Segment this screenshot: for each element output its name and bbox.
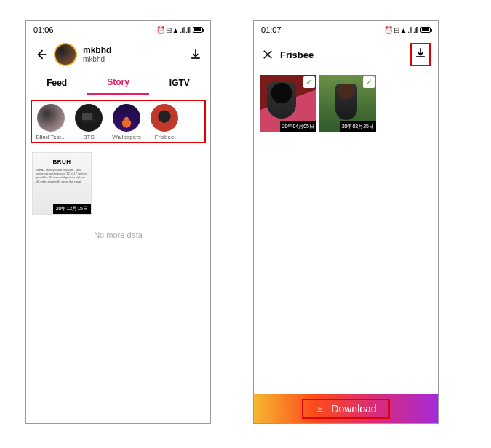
highlight-thumb-icon <box>151 104 178 132</box>
no-more-label: No more data <box>26 231 210 239</box>
download-button[interactable]: Download <box>302 399 389 419</box>
story-card-title: BRUH <box>33 159 91 165</box>
check-icon[interactable]: ✓ <box>363 76 375 88</box>
selection-header: Frisbee <box>254 39 438 71</box>
story-card-body: WHAT. Heavy snow possible. Total snow ac… <box>33 165 91 186</box>
profile-name: mkbhd <box>83 46 111 55</box>
status-time: 01:07 <box>261 25 282 34</box>
back-icon[interactable] <box>33 47 48 62</box>
highlight-label: Wallpapers <box>111 134 143 140</box>
avatar[interactable] <box>54 43 77 66</box>
highlight-wallpapers[interactable]: Wallpapers <box>111 104 143 140</box>
highlight-blind-test[interactable]: Blind Test... <box>35 104 67 140</box>
page-title: Frisbee <box>280 49 314 60</box>
status-time: 01:06 <box>33 25 54 34</box>
story-date-badge: 20年12月15日 <box>53 204 91 214</box>
tab-feed[interactable]: Feed <box>26 71 87 95</box>
highlights-row: Blind Test... BTS Wallpapers Frisbee <box>31 100 206 143</box>
profile-names: mkbhd mkbhd <box>83 46 111 63</box>
download-bar: Download <box>254 394 438 423</box>
status-icons: ⏰ ⊟ ▲ .ıll .ıll <box>384 26 431 34</box>
check-icon[interactable]: ✓ <box>303 76 315 88</box>
phone-right: 01:07 ⏰ ⊟ ▲ .ıll .ıll Frisbee ✓ 20年04月05… <box>253 20 439 424</box>
download-button-label: Download <box>331 403 376 415</box>
status-bar: 01:06 ⏰ ⊟ ▲ .ıll .ıll <box>26 21 210 39</box>
highlight-label: Blind Test... <box>35 134 67 140</box>
highlight-thumb-icon <box>37 104 65 132</box>
tile-date-badge: 20年03月25日 <box>340 121 376 132</box>
story-card[interactable]: BRUH WHAT. Heavy snow possible. Total sn… <box>32 152 92 215</box>
highlight-label: Frisbee <box>148 134 180 140</box>
highlight-thumb-icon <box>75 104 103 132</box>
tabs: Feed Story IGTV <box>26 71 210 95</box>
profile-handle: mkbhd <box>83 55 111 63</box>
media-grid: ✓ 20年04月05日 ✓ 20年03月25日 <box>254 71 438 136</box>
phone-left: 01:06 ⏰ ⊟ ▲ .ıll .ıll mkbhd mkbhd Feed S… <box>25 20 211 424</box>
svg-rect-0 <box>317 412 323 412</box>
download-icon-highlight[interactable] <box>410 43 431 66</box>
tab-igtv[interactable]: IGTV <box>149 71 210 95</box>
status-icons: ⏰ ⊟ ▲ .ıll .ıll <box>156 26 203 34</box>
highlight-frisbee[interactable]: Frisbee <box>148 104 180 140</box>
highlight-thumb-icon <box>113 104 140 132</box>
battery-icon <box>193 27 203 33</box>
close-icon[interactable] <box>261 48 274 61</box>
download-icon[interactable] <box>188 47 203 62</box>
tile-date-badge: 20年04月05日 <box>280 121 316 132</box>
battery-icon <box>420 27 431 33</box>
highlight-bts[interactable]: BTS <box>73 104 105 140</box>
tab-story[interactable]: Story <box>87 71 148 95</box>
profile-header: mkbhd mkbhd <box>26 39 210 71</box>
media-tile[interactable]: ✓ 20年03月25日 <box>319 75 376 132</box>
status-bar: 01:07 ⏰ ⊟ ▲ .ıll .ıll <box>254 21 438 39</box>
media-tile[interactable]: ✓ 20年04月05日 <box>260 75 316 132</box>
highlight-label: BTS <box>73 134 105 140</box>
